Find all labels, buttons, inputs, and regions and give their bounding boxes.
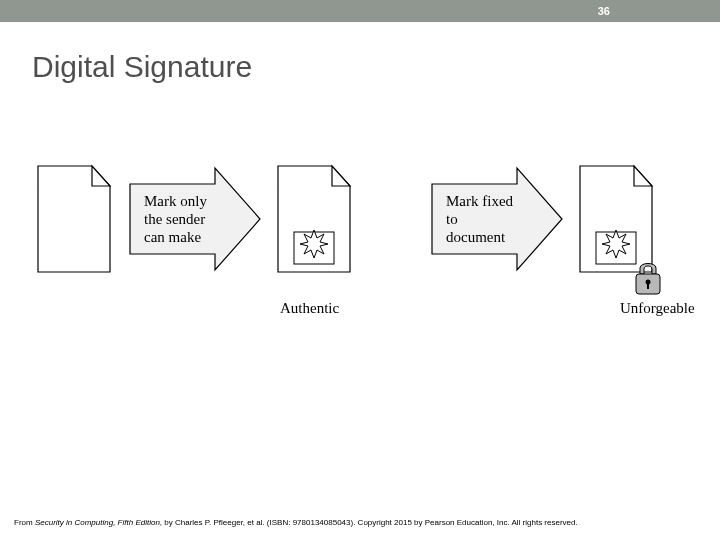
arrow2-text3: document bbox=[446, 229, 506, 245]
arrow2-text1: Mark fixed bbox=[446, 193, 514, 209]
footer-prefix: From bbox=[14, 518, 35, 527]
footer-book-title: Security in Computing, Fifth Edition bbox=[35, 518, 160, 527]
arrow1-text3: can make bbox=[144, 229, 201, 245]
signature-diagram: Mark only the sender can make Mark fixed… bbox=[0, 144, 720, 344]
caption-unforgeable: Unforgeable bbox=[620, 300, 695, 317]
footer-rest: , by Charles P. Pfleeger, et al. (ISBN: … bbox=[160, 518, 578, 527]
page-number: 36 bbox=[598, 5, 610, 17]
document-with-lock-icon bbox=[580, 166, 660, 294]
arrow2-text2: to bbox=[446, 211, 458, 227]
arrow-can-make-icon: Mark only the sender can make bbox=[130, 168, 260, 270]
footer-citation: From Security in Computing, Fifth Editio… bbox=[14, 518, 706, 528]
arrow-fixed-icon: Mark fixed to document bbox=[432, 168, 562, 270]
slide-header: 36 bbox=[0, 0, 720, 22]
document-with-seal-icon bbox=[278, 166, 350, 272]
svg-rect-4 bbox=[647, 283, 649, 289]
caption-authentic: Authentic bbox=[280, 300, 339, 317]
arrow1-text2: the sender bbox=[144, 211, 205, 227]
slide-title: Digital Signature bbox=[32, 50, 720, 84]
document-plain-icon bbox=[38, 166, 110, 272]
arrow1-text1: Mark only bbox=[144, 193, 207, 209]
